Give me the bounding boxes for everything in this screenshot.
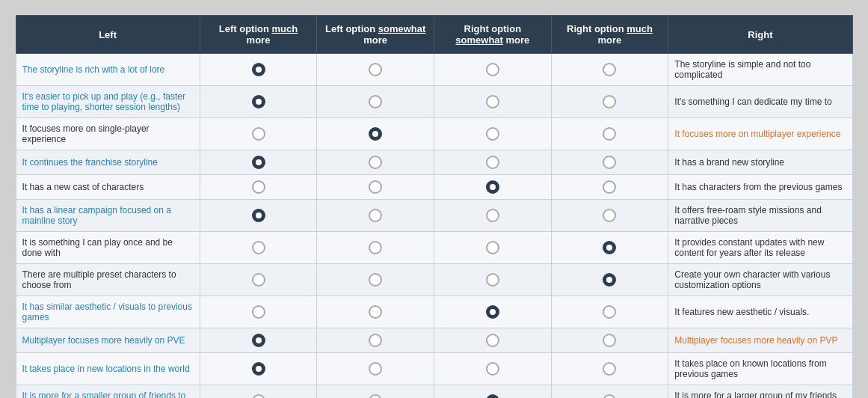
radio-cell-rightMuch[interactable] (551, 118, 668, 150)
radio-cell-rightSomewhat[interactable] (434, 86, 551, 118)
radio-button[interactable] (369, 156, 382, 169)
radio-cell-rightMuch[interactable] (551, 232, 668, 264)
radio-cell-rightSomewhat[interactable] (434, 353, 551, 385)
radio-cell-leftSomewhat[interactable] (317, 175, 434, 200)
radio-cell-leftMuch[interactable] (200, 296, 317, 328)
radio-button[interactable] (252, 241, 265, 254)
radio-button[interactable] (486, 334, 499, 347)
radio-button[interactable] (252, 334, 265, 347)
radio-button[interactable] (603, 180, 616, 194)
radio-button[interactable] (603, 95, 616, 108)
radio-cell-leftMuch[interactable] (200, 353, 317, 385)
radio-cell-rightMuch[interactable] (551, 353, 668, 385)
radio-cell-leftMuch[interactable] (200, 232, 317, 264)
radio-button[interactable] (603, 394, 616, 398)
radio-cell-leftMuch[interactable] (200, 328, 317, 353)
radio-cell-rightMuch[interactable] (551, 54, 668, 86)
radio-button[interactable] (252, 273, 265, 287)
radio-button[interactable] (486, 95, 499, 108)
radio-button[interactable] (369, 241, 382, 254)
radio-button[interactable] (603, 273, 616, 287)
radio-cell-leftMuch[interactable] (200, 118, 317, 150)
radio-cell-leftSomewhat[interactable] (317, 200, 434, 232)
radio-button[interactable] (603, 305, 616, 319)
table-row: It has a new cast of charactersIt has ch… (16, 175, 852, 200)
radio-cell-leftSomewhat[interactable] (317, 54, 434, 86)
radio-button[interactable] (486, 180, 499, 194)
radio-cell-rightSomewhat[interactable] (434, 118, 551, 150)
radio-button[interactable] (603, 156, 616, 169)
radio-cell-leftMuch[interactable] (200, 175, 317, 200)
radio-button[interactable] (603, 127, 616, 141)
radio-cell-leftMuch[interactable] (200, 86, 317, 118)
radio-button[interactable] (486, 63, 499, 76)
radio-button[interactable] (252, 127, 265, 141)
radio-button[interactable] (486, 394, 499, 398)
radio-button[interactable] (369, 63, 382, 76)
radio-cell-rightMuch[interactable] (551, 296, 668, 328)
radio-button[interactable] (252, 63, 265, 76)
radio-cell-leftSomewhat[interactable] (317, 264, 434, 296)
radio-button[interactable] (369, 127, 382, 141)
radio-cell-leftMuch[interactable] (200, 200, 317, 232)
radio-button[interactable] (486, 362, 499, 376)
radio-button[interactable] (369, 209, 382, 222)
radio-cell-rightMuch[interactable] (551, 86, 668, 118)
table-row: It continues the franchise storylineIt h… (16, 150, 852, 175)
radio-cell-leftSomewhat[interactable] (317, 150, 434, 175)
radio-button[interactable] (252, 362, 265, 376)
radio-cell-rightSomewhat[interactable] (434, 54, 551, 86)
left-label: It is more for a smaller group of friend… (16, 385, 200, 399)
radio-cell-rightMuch[interactable] (551, 150, 668, 175)
radio-cell-rightSomewhat[interactable] (434, 328, 551, 353)
radio-cell-leftMuch[interactable] (200, 150, 317, 175)
radio-cell-leftSomewhat[interactable] (317, 353, 434, 385)
radio-button[interactable] (603, 209, 616, 222)
radio-button[interactable] (603, 362, 616, 376)
radio-cell-leftSomewhat[interactable] (317, 86, 434, 118)
radio-cell-rightMuch[interactable] (551, 175, 668, 200)
radio-button[interactable] (369, 362, 382, 376)
radio-cell-rightMuch[interactable] (551, 328, 668, 353)
radio-cell-rightSomewhat[interactable] (434, 150, 551, 175)
radio-cell-rightMuch[interactable] (551, 385, 668, 399)
radio-cell-leftSomewhat[interactable] (317, 296, 434, 328)
radio-cell-rightSomewhat[interactable] (434, 175, 551, 200)
radio-cell-rightSomewhat[interactable] (434, 200, 551, 232)
radio-cell-rightMuch[interactable] (551, 200, 668, 232)
radio-button[interactable] (369, 273, 382, 287)
radio-button[interactable] (486, 156, 499, 169)
radio-button[interactable] (369, 95, 382, 108)
radio-button[interactable] (369, 180, 382, 194)
radio-cell-leftMuch[interactable] (200, 264, 317, 296)
radio-cell-rightMuch[interactable] (551, 264, 668, 296)
radio-button[interactable] (486, 127, 499, 141)
radio-button[interactable] (252, 156, 265, 169)
radio-button[interactable] (603, 334, 616, 347)
radio-cell-rightSomewhat[interactable] (434, 232, 551, 264)
radio-button[interactable] (603, 63, 616, 76)
radio-cell-leftSomewhat[interactable] (317, 328, 434, 353)
radio-button[interactable] (369, 394, 382, 398)
radio-cell-leftSomewhat[interactable] (317, 232, 434, 264)
radio-button[interactable] (486, 305, 499, 319)
radio-button[interactable] (603, 241, 616, 254)
radio-cell-rightSomewhat[interactable] (434, 264, 551, 296)
radio-cell-leftMuch[interactable] (200, 54, 317, 86)
radio-button[interactable] (486, 273, 499, 287)
radio-cell-leftSomewhat[interactable] (317, 385, 434, 399)
radio-button[interactable] (369, 305, 382, 319)
radio-cell-rightSomewhat[interactable] (434, 385, 551, 399)
radio-button[interactable] (252, 95, 265, 108)
right-label: It provides constant updates with new co… (668, 232, 852, 264)
radio-cell-leftMuch[interactable] (200, 385, 317, 399)
radio-button[interactable] (252, 394, 265, 398)
radio-cell-rightSomewhat[interactable] (434, 296, 551, 328)
radio-cell-leftSomewhat[interactable] (317, 118, 434, 150)
radio-button[interactable] (252, 180, 265, 194)
radio-button[interactable] (486, 209, 499, 222)
radio-button[interactable] (252, 305, 265, 319)
radio-button[interactable] (369, 334, 382, 347)
radio-button[interactable] (252, 209, 265, 222)
radio-button[interactable] (486, 241, 499, 254)
